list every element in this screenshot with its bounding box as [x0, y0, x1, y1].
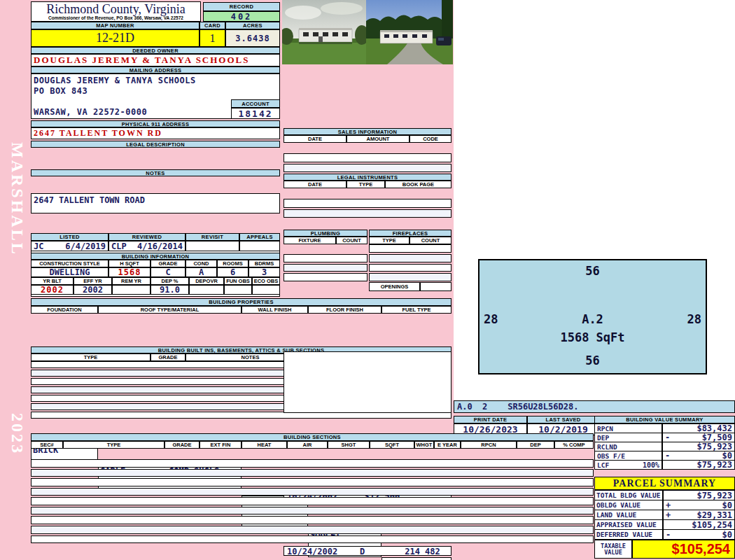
wall-finish-header: WALL FINISH	[241, 306, 308, 314]
dep-pct-header: DEP %	[150, 277, 189, 285]
construction-style-header: CONSTRUCTION STYLE	[31, 260, 108, 267]
bvs-sign: -	[665, 451, 670, 461]
empty-row	[284, 273, 368, 281]
parcel-label-appraised: APPRAISED VALUE	[594, 519, 663, 530]
empty-row	[284, 199, 451, 208]
effyr-header: EFF YR	[74, 277, 112, 285]
listed-value: JC6/4/2019	[31, 241, 108, 251]
empty-row	[284, 153, 451, 162]
ecoobs-header: ECO OBS	[252, 277, 280, 285]
fireplaces-col-type: TYPE	[369, 237, 410, 244]
sales-information-header: SALES INFORMATION	[284, 128, 451, 135]
bdrms-value: 3	[248, 267, 280, 277]
photo-placeholder-box	[284, 351, 451, 413]
taxable-label-line2: VALUE	[604, 550, 622, 556]
fireplaces-header: FIREPLACES	[369, 230, 451, 237]
card-value: 1	[200, 29, 225, 47]
map-number-value: 12-21D	[31, 29, 200, 47]
instr-col-date: DATE	[284, 181, 346, 188]
acres-header: ACRES	[225, 22, 280, 29]
sidebar-marshall-label: MARSHALL	[1, 113, 27, 285]
mailing-address-header: MAILING ADDRESS	[31, 66, 280, 74]
bvs-label-text: RCLND	[597, 443, 617, 451]
grade-header: GRADE	[150, 260, 186, 267]
empty-row	[369, 254, 451, 262]
parcel-sign: -	[666, 530, 671, 540]
empty-row	[31, 526, 594, 534]
sections-col-sec: SEC#	[31, 441, 63, 449]
empty-row	[369, 244, 451, 253]
sales-col-date: DATE	[284, 135, 346, 143]
page-title: Richmond County, Virginia	[46, 3, 186, 15]
physical-address-header: PHYSICAL 911 ADDRESS	[31, 120, 280, 127]
legal-description-header: LEGAL DESCRIPTION	[31, 141, 280, 148]
parcel-value-obldg: +$0	[663, 500, 735, 510]
bvs-amount: $0	[722, 451, 732, 461]
empty-row	[31, 488, 594, 496]
empty-row	[284, 264, 368, 272]
instrument-row: 10/24/2002 D 214 482	[284, 546, 451, 556]
parcel-value-appraised: $105,254	[663, 519, 735, 530]
sketch-vector-string: A.0 2 SR56U28L56D28.	[454, 400, 735, 413]
depovr-value	[189, 285, 224, 295]
reviewed-value: CLP4/16/2014	[108, 241, 186, 251]
parcel-amount: $29,331	[696, 510, 732, 520]
instr-col-bookpage: BOOK PAGE	[385, 181, 451, 188]
legal-description-box: 2647 TALLENT TOWN ROAD	[31, 193, 280, 214]
parcel-summary-header: PARCEL SUMMARY	[594, 477, 735, 490]
parcel-amount: $75,923	[696, 491, 732, 500]
bvs-label-lcf: LCF100%	[594, 460, 662, 470]
openings-value	[420, 282, 451, 291]
hsqft-header: H SQFT	[108, 260, 150, 267]
revisit-value	[186, 241, 239, 251]
parcel-value-bldg: $75,923	[663, 490, 735, 500]
listed-header: LISTED	[31, 233, 108, 241]
legal-instruments-header: LEGAL INSTRUMENTS	[284, 174, 451, 181]
parcel-amount: $0	[722, 530, 732, 540]
empty-row	[369, 273, 451, 281]
sections-col-air: AIR	[287, 441, 328, 449]
bvs-label-obs: OBS F/E	[594, 451, 662, 461]
sections-col-eyear: E YEAR	[434, 441, 461, 449]
openings-label: OPENINGS	[369, 282, 420, 291]
bdrms-header: BDRMS	[248, 260, 280, 267]
property-photo-side[interactable]	[366, 0, 453, 64]
sections-col-extfin: EXT FIN	[200, 441, 241, 449]
parcel-label-text: OBLDG VALUE	[596, 501, 640, 509]
sections-col-whgt: WHGT	[414, 441, 434, 449]
construction-style-value: DWELLING	[31, 267, 108, 277]
bvs-amount: $7,509	[702, 433, 732, 442]
instrument-empty-rows	[284, 199, 451, 218]
empty-row	[284, 209, 451, 218]
bvs-amount: $83,432	[696, 424, 732, 433]
property-photo-front[interactable]	[282, 0, 366, 64]
county-title-box: Richmond County, Virginia Commissioner o…	[31, 1, 201, 22]
instrument-type: D	[360, 547, 365, 556]
parcel-label-text: DEFERRED VALUE	[596, 531, 652, 538]
dep-pct-value: 91.0	[150, 285, 189, 295]
account-header: ACCOUNT	[231, 99, 280, 108]
deeded-owner-header: DEEDED OWNER	[31, 47, 280, 54]
bvs-label-text: RPCN	[597, 425, 613, 433]
deeded-owner-value: DOUGLAS JEREMY & TANYA SCHOOLS	[31, 54, 280, 66]
foundation-header: FOUNDATION	[31, 306, 98, 314]
plumbing-empty-rows	[284, 254, 368, 281]
physical-address-value: 2647 TALLENT TOWN RD	[31, 127, 280, 139]
bvs-label-text: OBS F/E	[597, 452, 625, 460]
empty-row	[31, 478, 594, 486]
bvs-label-dep: DEP	[594, 433, 662, 442]
taxable-value-amount: $105,254	[632, 540, 735, 559]
bvs-label-rclnd: RCLND	[594, 442, 662, 451]
sketch-dim-top: 56	[479, 264, 706, 278]
sales-col-code: CODE	[410, 135, 451, 143]
sketch-dim-bottom: 56	[479, 354, 706, 368]
bvs-label-text: DEP	[597, 434, 609, 442]
sections-col-dep: DEP	[517, 441, 554, 449]
sections-col-shgt: SHGT	[328, 441, 370, 449]
bvs-label-rpcn: RPCN	[594, 424, 662, 433]
parcel-sign: +	[666, 500, 671, 510]
sales-empty-rows	[284, 153, 451, 172]
notes-header: NOTES	[31, 169, 280, 176]
sections-col-grade: GRADE	[164, 441, 200, 449]
parcel-amount: $0	[722, 500, 732, 510]
